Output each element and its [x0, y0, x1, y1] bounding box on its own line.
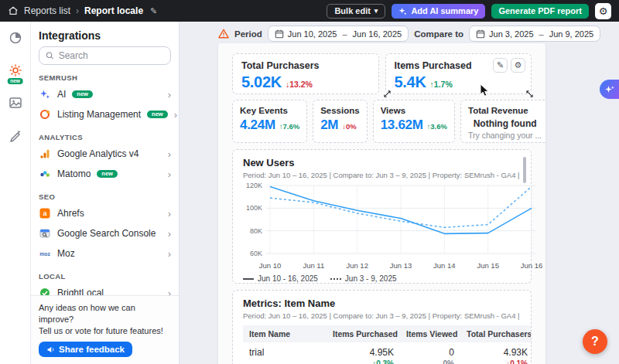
svg-text:moz: moz [39, 251, 50, 257]
canvas-scrollbar[interactable] [523, 157, 526, 183]
home-icon[interactable] [8, 5, 19, 16]
sidebar-item-label: AI [57, 89, 66, 100]
generate-pdf-label: Generate PDF report [498, 6, 582, 15]
feedback-panel: Any ideas on how we can improve? Tell us… [31, 295, 179, 364]
resize-handle-bottom-right[interactable] [525, 90, 534, 98]
chart-meta-line: Period: Jun 10 – 16, 2025 | Compare to: … [243, 171, 521, 179]
total-purchasers-card[interactable]: Total Purchasers 5.02K ↓13.2% [232, 53, 379, 94]
widget-toolbar: ✎ ⚙ [493, 58, 525, 73]
table-column-header[interactable]: Item Name [243, 325, 327, 342]
ai-icon [39, 88, 51, 100]
metrics-table-widget[interactable]: Metrics: Item Name Period: Jun 10 – 16, … [232, 290, 532, 364]
brightlocal-icon [39, 287, 51, 295]
image-icon[interactable] [7, 94, 24, 111]
sidebar-item-google-analytics-v4[interactable]: Google Analytics v4› [31, 144, 179, 164]
compare-end-date: Jun 9, 2025 [549, 29, 594, 39]
search-box[interactable] [39, 46, 171, 65]
card-title: Sessions [320, 106, 360, 115]
card-delta: ↑7.6% [279, 122, 299, 131]
sidebar-item-moz[interactable]: mozMoz› [31, 243, 179, 264]
table-column-header[interactable]: Items Viewed [400, 325, 460, 342]
total-revenue-card[interactable]: Total RevenueNothing foundTry changing y… [460, 100, 545, 143]
table-row[interactable]: trial4.95K↑0.3%00%4.93K↓0.1%4.93K↓0.1% [243, 342, 532, 364]
sidebar-item-matomo[interactable]: Matomonew› [31, 164, 179, 184]
card-title: Total Revenue [468, 106, 542, 115]
breadcrumb-reports-list[interactable]: Reports list [24, 5, 70, 16]
compare-start-date: Jun 3, 2025 [489, 29, 534, 39]
period-date-range[interactable]: Jun 10, 2025 – Jun 16, 2025 [268, 26, 409, 42]
date-separator: – [539, 29, 544, 39]
table-column-header[interactable]: Items Purchased [327, 325, 400, 342]
sidebar-scroll-area[interactable]: Integrations SEMRUSHAInew›Listing Manage… [31, 22, 179, 295]
chevron-right-icon: › [168, 168, 171, 180]
report-main-area: Period Jun 10, 2025 – Jun 16, 2025 Compa… [180, 22, 619, 364]
chevron-right-icon: › [168, 248, 171, 260]
sparkle-icon [398, 7, 407, 15]
resize-handle-bottom-left[interactable] [383, 90, 392, 98]
chevron-down-icon: ▾ [374, 7, 378, 15]
add-ai-summary-button[interactable]: Add AI summary [392, 4, 485, 19]
svg-text:Jun 10: Jun 10 [259, 261, 282, 270]
ai-assistant-fab[interactable] [600, 80, 619, 99]
widget-settings-icon[interactable]: ⚙ [511, 58, 525, 73]
period-label: Period [234, 29, 262, 39]
sidebar-item-label: Moz [57, 248, 75, 259]
gsc-icon [39, 227, 51, 240]
period-bar: Period Jun 10, 2025 – Jun 16, 2025 Compa… [218, 26, 600, 42]
sidebar-item-listing-management[interactable]: Listing Managementnew› [31, 104, 179, 124]
item-name-cell: trial [243, 342, 327, 364]
chevron-right-icon: › [168, 208, 171, 219]
settings-gear-icon[interactable]: ⚙ [595, 3, 611, 19]
sessions-card[interactable]: Sessions2M↓0% [313, 100, 368, 143]
annotate-pen-icon[interactable] [7, 127, 24, 144]
card-delta: ↓13.2% [286, 80, 313, 89]
pie-chart-icon[interactable] [7, 29, 24, 46]
metric-cell: 4.93K↓0.1% [460, 342, 532, 364]
key-events-card[interactable]: Key Events4.24M↑7.6% [232, 100, 307, 143]
generate-pdf-button[interactable]: Generate PDF report [491, 4, 589, 19]
card-title: Views [381, 106, 447, 115]
compare-to-label: Compare to [414, 29, 463, 39]
ga4-icon [39, 148, 51, 160]
items-purchased-card[interactable]: Items Purchased 5.4K ↑1.7% ✎ ⚙ [385, 53, 532, 94]
legend-swatch [243, 278, 254, 280]
svg-text:100K: 100K [246, 204, 262, 212]
search-input[interactable] [59, 50, 164, 61]
icon-rail: new [0, 22, 31, 364]
help-button[interactable]: ? [583, 329, 607, 354]
edit-report-name-icon[interactable]: ✎ [150, 6, 157, 16]
date-separator: – [342, 29, 347, 39]
views-card[interactable]: Views13.62M↑3.6% [373, 100, 455, 143]
card-value: 5.02K [241, 73, 282, 91]
report-title: Report locale [84, 5, 143, 16]
chevron-right-icon: › [174, 109, 177, 121]
moz-icon: moz [39, 247, 51, 260]
chevron-right-icon: › [168, 228, 171, 240]
card-delta: ↑3.6% [427, 122, 447, 131]
sidebar-item-ahrefs[interactable]: aAhrefs› [31, 203, 179, 223]
legend-label: Jun 10 - 16, 2025 [258, 274, 318, 283]
sidebar-title: Integrations [39, 29, 171, 42]
empty-state-title: Nothing found [468, 118, 542, 129]
sidebar-item-brightlocal[interactable]: BrightLocal› [31, 283, 179, 295]
section-header: SEMRUSH [39, 73, 171, 82]
integrations-sidebar: Integrations SEMRUSHAInew›Listing Manage… [31, 22, 180, 364]
bulk-edit-button[interactable]: Bulk edit ▾ [327, 4, 385, 19]
card-title: Key Events [240, 106, 299, 115]
svg-text:Jun 11: Jun 11 [303, 261, 324, 270]
sidebar-item-google-search-console[interactable]: Google Search Console› [31, 223, 179, 243]
share-feedback-button[interactable]: Share feedback [39, 342, 132, 357]
integrations-spark-icon[interactable]: new [7, 62, 24, 79]
edit-widget-icon[interactable]: ✎ [493, 58, 508, 73]
top-bar: Reports list › Report locale ✎ Bulk edit… [0, 0, 619, 22]
svg-text:Jun 14: Jun 14 [433, 261, 456, 270]
compare-date-range[interactable]: Jun 3, 2025 – Jun 9, 2025 [469, 26, 600, 42]
chart-title: New Users [243, 157, 521, 168]
breadcrumb-separator: › [76, 5, 79, 16]
svg-text:Jun 13: Jun 13 [390, 261, 412, 270]
warning-icon [218, 29, 229, 39]
table-column-header[interactable]: Total Purchasers [460, 325, 532, 342]
new-users-chart-widget[interactable]: New Users Period: Jun 10 – 16, 2025 | Co… [232, 149, 532, 284]
matomo-icon [39, 168, 51, 180]
sidebar-item-ai[interactable]: AInew› [31, 84, 179, 104]
